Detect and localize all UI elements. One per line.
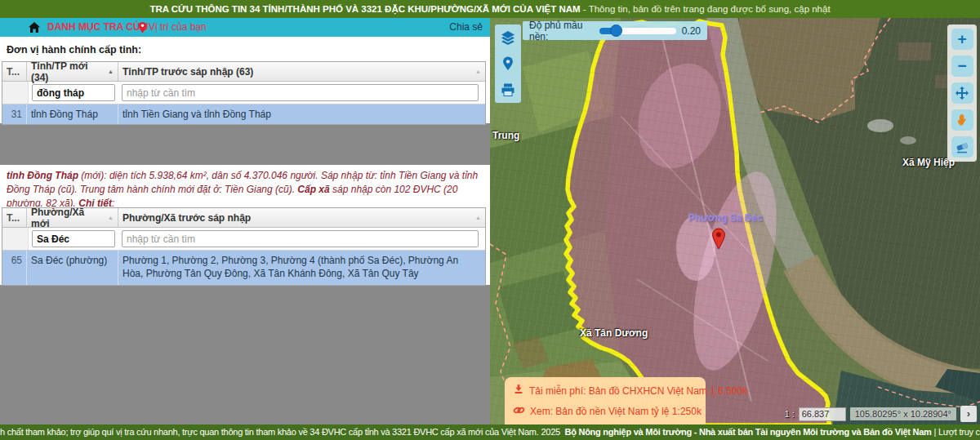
locate-icon[interactable] (500, 56, 516, 72)
nav-bar: DANH MỤC TRA CỨU Vị trí của bạn Chia sẻ (0, 18, 490, 37)
nav-item-your-location[interactable]: Vị trí của bạn (149, 18, 207, 37)
map-links-box: Tải miễn phí: Bản đồ CHXHCN Việt Nam 1:6… (505, 377, 706, 424)
row-old-province: tỉnh Tiền Giang và tỉnh Đồng Tháp (118, 104, 485, 124)
province-detail-text: tỉnh Đồng Tháp (mới): diện tích 5.938,64… (0, 165, 490, 211)
app-window: TRA CỨU THÔNG TIN 34 TỈNH/THÀNH PHỐ VÀ 3… (0, 0, 980, 440)
place-label-trung: Trung (492, 130, 519, 141)
pan-arrows-button[interactable] (951, 82, 973, 104)
row-new-province: tỉnh Đồng Tháp (27, 104, 118, 124)
province-heading: Đơn vị hành chính cấp tỉnh: (7, 44, 141, 56)
hand-drag-button[interactable] (951, 109, 973, 131)
column-header-old-ward[interactable]: Phường/Xã trước sáp nhập▲ (118, 208, 485, 227)
opacity-label: Độ phủ mầu nền: (529, 20, 594, 42)
page-title: TRA CỨU THÔNG TIN 34 TỈNH/THÀNH PHỐ VÀ 3… (0, 0, 980, 18)
ward-filter-row (2, 228, 485, 251)
ward-old-filter-input[interactable] (122, 230, 479, 247)
province-filter-row (2, 82, 485, 104)
row-old-ward: Phường 1, Phường 2, Phường 3, Phường 4 (… (118, 251, 485, 285)
province-section: Đơn vị hành chính cấp tỉnh: T... Tỉnh/TP… (0, 37, 490, 123)
row-index: 31 (2, 104, 27, 124)
row-index: 65 (2, 251, 27, 285)
province-new-filter-input[interactable] (32, 84, 115, 101)
cursor-coordinates: 105.80295° x 10.28904° (850, 407, 956, 420)
ward-new-filter-input[interactable] (32, 230, 115, 247)
sort-asc-icon: ▲ (108, 69, 114, 74)
map-canvas[interactable]: Trung Xã Mỹ Hiệp Phường Sa Đéc Xã Tân Dư… (490, 18, 980, 424)
map-controls: + − (947, 24, 977, 162)
slider-thumb[interactable] (610, 24, 622, 37)
opacity-slider-bar: Độ phủ mầu nền: 0.20 (523, 21, 707, 40)
column-header-index[interactable]: T... (2, 208, 27, 227)
ward-table: T... Phường/Xã mới▲ Phường/Xã trước sáp … (2, 207, 486, 286)
download-map-link[interactable]: Tải miễn phí: Bản đồ CHXHCN Việt Nam 1:6… (513, 384, 697, 398)
sort-asc-icon: ▲ (475, 215, 481, 220)
zoom-in-button[interactable]: + (951, 29, 973, 50)
download-icon (513, 384, 524, 398)
ward-table-header: T... Phường/Xã mới▲ Phường/Xã trước sáp … (2, 208, 485, 228)
map-marker-sa-dec[interactable] (710, 227, 727, 253)
sort-asc-icon: ▲ (108, 215, 114, 220)
collapse-arrow-button[interactable]: › (960, 406, 977, 422)
table-row[interactable]: 65 Sa Đéc (phường) Phường 1, Phường 2, P… (2, 251, 485, 285)
column-header-new-province[interactable]: Tỉnh/TP mới (34)▲ (27, 62, 118, 81)
province-old-filter-input[interactable] (122, 84, 479, 101)
scale-input[interactable] (799, 407, 846, 421)
footer-bar: h chất tham khảo; trợ giúp quí vị tra cứ… (0, 424, 980, 440)
column-header-old-province[interactable]: Tỉnh/TP trước sáp nhập (63)▲ (118, 62, 485, 81)
left-panel: Đơn vị hành chính cấp tỉnh: T... Tỉnh/TP… (0, 37, 490, 424)
opacity-slider[interactable] (599, 28, 676, 34)
province-table-header: T... Tỉnh/TP mới (34)▲ Tỉnh/TP trước sáp… (2, 62, 485, 82)
print-icon[interactable] (500, 82, 516, 98)
column-header-index[interactable]: T... (2, 62, 27, 81)
view-basemap-link[interactable]: Xem: Bản đồ nền Việt Nam tỷ lệ 1:250k (513, 405, 697, 418)
filter-index-cell (2, 228, 29, 250)
zoom-out-button[interactable]: − (951, 56, 973, 77)
table-row[interactable]: 31 tỉnh Đồng Tháp tỉnh Tiền Giang và tỉn… (2, 104, 485, 124)
place-label-sa-dec: Phường Sa Đéc (688, 212, 763, 224)
province-detail-section: tỉnh Đồng Tháp (mới): diện tích 5.938,64… (0, 165, 490, 207)
share-button[interactable]: Chia sẻ (449, 18, 483, 37)
row-new-ward: Sa Đéc (phường) (27, 251, 118, 285)
province-table: T... Tỉnh/TP mới (34)▲ Tỉnh/TP trước sáp… (2, 61, 486, 125)
place-label-tan-duong: Xã Tân Dương (580, 327, 648, 339)
nav-item-catalog[interactable]: DANH MỤC TRA CỨU (47, 18, 149, 37)
filter-index-cell (2, 82, 29, 104)
layers-icon[interactable] (500, 29, 516, 46)
eraser-button[interactable] (951, 136, 973, 158)
page-title-sub: - Thông tin, bản đồ trên trang đang được… (581, 4, 831, 14)
ward-section: T... Phường/Xã mới▲ Phường/Xã trước sáp … (0, 207, 490, 285)
scale-prefix: 1 : (784, 409, 794, 419)
link-icon (513, 405, 525, 418)
column-header-new-ward[interactable]: Phường/Xã mới▲ (27, 208, 118, 227)
page-title-main: TRA CỨU THÔNG TIN 34 TỈNH/THÀNH PHỐ VÀ 3… (149, 4, 580, 14)
sort-asc-icon: ▲ (475, 69, 481, 74)
map-toolbar (495, 24, 521, 103)
scale-bar: 1 : 105.80295° x 10.28904° › (784, 406, 977, 422)
opacity-value: 0.20 (682, 25, 701, 37)
